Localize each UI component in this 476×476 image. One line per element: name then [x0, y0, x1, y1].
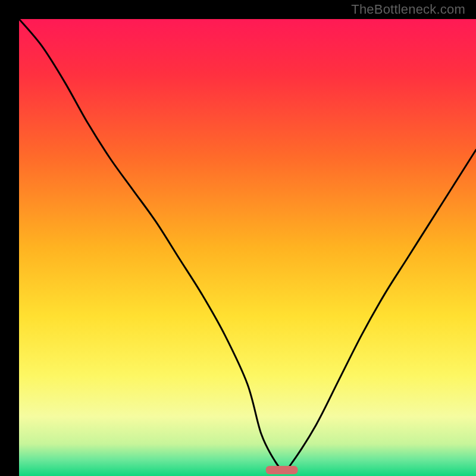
optimum-marker [266, 466, 298, 474]
gradient-background [19, 19, 476, 476]
bottleneck-chart [19, 19, 476, 476]
watermark-text: TheBottleneck.com [351, 2, 465, 17]
chart-frame [10, 10, 466, 466]
